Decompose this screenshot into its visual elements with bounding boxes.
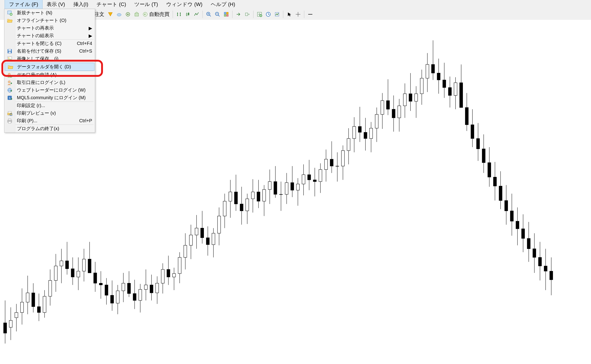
menu-item-label: 取引口座にログイン (L) — [17, 79, 65, 85]
svg-point-2 — [127, 14, 129, 15]
svg-rect-159 — [353, 126, 356, 138]
svg-rect-197 — [460, 83, 463, 108]
svg-rect-187 — [432, 64, 434, 73]
svg-rect-145 — [313, 180, 316, 182]
submenu-arrow-icon: ▶ — [89, 25, 92, 31]
svg-rect-87 — [150, 285, 153, 293]
menu-item-label: 新規チャート (N) — [17, 10, 52, 16]
chart-plus-icon — [6, 9, 13, 16]
file-menu-item-2[interactable]: チャートの再表示▶ — [4, 24, 95, 32]
menu-tools[interactable]: ツール (T) — [130, 0, 162, 9]
menu-file[interactable]: ファイル (F) — [5, 0, 42, 9]
file-menu-item-0[interactable]: 新規チャート (N) — [4, 9, 95, 17]
svg-rect-109 — [212, 233, 215, 245]
candlestick-chart-icon[interactable] — [184, 10, 192, 19]
svg-rect-113 — [223, 201, 226, 216]
toolbar-separator — [253, 11, 253, 18]
svg-rect-17 — [226, 12, 228, 14]
file-menu-item-8[interactable]: デモ口座の申請 (A) — [4, 71, 95, 79]
file-menu-item-6[interactable]: 画像として保存... (i) — [4, 55, 95, 63]
cursor-icon[interactable] — [285, 10, 293, 19]
toolbar-separator — [304, 11, 304, 18]
menu-chart[interactable]: チャート (C) — [92, 0, 130, 9]
svg-rect-225 — [538, 257, 541, 266]
templates-icon[interactable] — [273, 10, 281, 19]
zoom-out-icon[interactable] — [213, 10, 222, 19]
svg-rect-105 — [201, 228, 204, 238]
menu-item-label: MQL5.community にログイン (M) — [17, 95, 86, 101]
cloud-icon[interactable] — [115, 10, 123, 19]
menu-view[interactable]: 表示 (V) — [42, 0, 69, 9]
auto-trade-button[interactable]: 自動売買 — [141, 10, 171, 18]
toolbar-separator — [173, 11, 173, 18]
file-menu-item-7[interactable]: データフォルダを開く (D) — [5, 63, 94, 71]
menu-insert[interactable]: 挿入(I) — [69, 0, 93, 9]
svg-rect-235 — [8, 49, 11, 51]
file-menu-item-15[interactable]: プログラムの終了(x) — [4, 125, 95, 132]
svg-rect-135 — [285, 183, 288, 195]
bar-chart-icon[interactable] — [175, 10, 183, 19]
menu-item-label: ウェブトレーダーにログイン (W) — [17, 87, 86, 93]
menu-bar: ファイル (F) 表示 (V) 挿入(I) チャート (C) ツール (T) ウ… — [0, 0, 591, 9]
file-menu-item-4[interactable]: チャートを閉じる (C)Ctrl+F4 — [4, 40, 95, 47]
file-menu-item-1[interactable]: オフラインチャート (O) — [4, 17, 95, 24]
indicators-icon[interactable] — [255, 10, 264, 19]
menu-help[interactable]: ヘルプ (H) — [207, 0, 239, 9]
svg-rect-51 — [49, 280, 52, 296]
svg-rect-141 — [302, 175, 305, 184]
svg-rect-207 — [488, 163, 491, 177]
svg-rect-163 — [364, 132, 367, 139]
line-chart-icon[interactable] — [192, 10, 201, 19]
svg-line-10 — [209, 15, 211, 16]
svg-rect-205 — [482, 149, 485, 163]
svg-rect-75 — [116, 291, 119, 303]
menu-item-label: デモ口座の申請 (A) — [17, 72, 57, 78]
file-menu-item-3[interactable]: チャートの組表示▶ — [4, 32, 95, 39]
svg-rect-18 — [224, 14, 226, 16]
horizontal-line-icon[interactable] — [306, 10, 314, 19]
chart-shift-icon[interactable] — [243, 10, 251, 19]
signal-icon[interactable] — [124, 10, 132, 19]
menu-item-label: オフラインチャート (O) — [17, 17, 66, 24]
menu-window[interactable]: ウィンドウ (W) — [162, 0, 207, 9]
menu-view-label: 表示 (V) — [47, 1, 65, 7]
file-menu-item-13[interactable]: 印刷プレビュー (v) — [4, 109, 95, 117]
tile-windows-icon[interactable] — [222, 10, 230, 19]
file-menu-item-5[interactable]: 名前を付けて保存 (S)Ctrl+S — [4, 47, 95, 55]
svg-rect-79 — [127, 283, 130, 294]
svg-rect-115 — [229, 192, 232, 201]
crosshair-icon[interactable] — [294, 10, 302, 19]
file-menu-item-9[interactable]: 取引口座にログイン (L) — [4, 79, 95, 86]
svg-rect-236 — [8, 52, 11, 53]
expert-advisors-icon[interactable] — [106, 10, 114, 19]
svg-rect-227 — [544, 266, 547, 271]
svg-rect-155 — [341, 151, 345, 166]
blank-icon — [6, 40, 13, 47]
image-save-icon — [6, 55, 13, 62]
print-preview-icon — [6, 110, 13, 117]
toolbar-separator — [202, 11, 203, 18]
file-menu-item-11[interactable]: 5MQL5.community にログイン (M) — [4, 94, 95, 102]
file-menu-item-10[interactable]: ウェブトレーダーにログイン (W) — [4, 86, 95, 94]
auto-scroll-icon[interactable] — [234, 10, 243, 19]
svg-rect-101 — [189, 235, 192, 245]
svg-rect-77 — [122, 283, 125, 291]
svg-rect-39 — [15, 312, 18, 318]
svg-rect-203 — [477, 139, 479, 149]
svg-rect-193 — [448, 87, 451, 95]
svg-rect-97 — [178, 257, 181, 273]
svg-rect-129 — [268, 182, 271, 189]
file-menu-item-12[interactable]: 印刷設定 (r)... — [4, 102, 95, 109]
svg-rect-173 — [392, 109, 395, 118]
svg-rect-63 — [82, 259, 86, 271]
menu-item-shortcut: Ctrl+P — [79, 118, 92, 124]
menu-window-label: ウィンドウ (W) — [166, 1, 202, 7]
svg-rect-41 — [20, 302, 24, 312]
svg-rect-151 — [330, 159, 333, 166]
svg-rect-211 — [499, 186, 502, 201]
svg-rect-177 — [403, 94, 406, 106]
market-icon[interactable] — [133, 10, 141, 19]
file-menu-item-14[interactable]: 印刷 (P)...Ctrl+P — [4, 117, 95, 124]
periodicity-icon[interactable] — [264, 10, 272, 19]
zoom-in-icon[interactable] — [205, 10, 213, 19]
